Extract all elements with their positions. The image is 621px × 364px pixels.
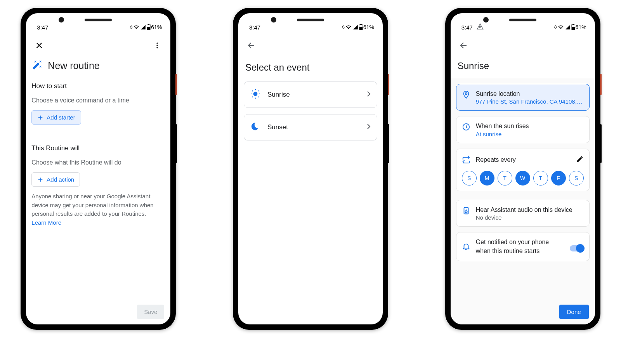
vibrate-icon: ◊ xyxy=(130,24,132,30)
svg-point-22 xyxy=(465,93,467,95)
chevron-right-icon xyxy=(367,123,371,131)
page-title: Sunrise xyxy=(451,55,595,78)
content-area: Sunrise Sunrise location 977 Pine St, Sa… xyxy=(451,55,595,299)
svg-rect-1 xyxy=(148,24,149,25)
location-title: Sunrise location xyxy=(476,90,584,98)
repeats-label: Repeats every xyxy=(476,156,571,163)
svg-line-16 xyxy=(252,97,253,97)
when-title: When the sun rises xyxy=(476,122,584,130)
svg-rect-21 xyxy=(572,27,575,30)
divider xyxy=(31,134,165,134)
status-battery: 61% xyxy=(576,24,586,30)
app-bar xyxy=(451,36,595,55)
bell-icon xyxy=(462,242,470,252)
event-label: Sunset xyxy=(267,123,360,131)
routine-will-header: This Routine will xyxy=(31,140,165,159)
battery-icon xyxy=(359,24,363,30)
status-time: 3:47 xyxy=(37,24,48,31)
when-value: At sunrise xyxy=(476,131,584,137)
screen-select-event: 3:47 ◊ 61% Select an event Sunrise xyxy=(238,13,383,324)
wifi-icon xyxy=(557,24,564,30)
day-toggle-5[interactable]: F xyxy=(551,171,566,185)
repeats-card: Repeats every SMTWTFS xyxy=(456,149,590,191)
status-bar: 3:47 ◊ 61% xyxy=(451,19,595,36)
svg-point-25 xyxy=(465,211,467,213)
how-to-start-header: How to start xyxy=(31,78,165,97)
add-action-label: Add action xyxy=(47,176,74,183)
content-area: New routine How to start Choose a voice … xyxy=(26,55,170,299)
repeat-icon xyxy=(462,155,470,165)
status-bar: 3:47 ◊ 61% xyxy=(26,19,170,36)
add-action-button[interactable]: Add action xyxy=(31,172,80,187)
save-button[interactable]: Save xyxy=(137,305,164,319)
day-toggle-0[interactable]: S xyxy=(462,171,477,185)
svg-point-3 xyxy=(157,43,158,44)
notification-icon xyxy=(477,23,484,31)
plus-icon xyxy=(37,114,43,121)
event-label: Sunrise xyxy=(267,91,360,99)
svg-rect-8 xyxy=(359,27,363,30)
day-toggle-2[interactable]: T xyxy=(498,171,512,185)
svg-point-5 xyxy=(157,47,158,48)
signal-icon xyxy=(140,24,146,30)
add-starter-button[interactable]: Add starter xyxy=(31,110,81,125)
footer-bar: Save xyxy=(26,299,170,324)
battery-icon xyxy=(147,24,151,30)
vibrate-icon: ◊ xyxy=(554,24,557,30)
svg-point-26 xyxy=(466,209,467,210)
page-title: New routine xyxy=(48,60,99,71)
day-toggle-4[interactable]: T xyxy=(533,171,548,185)
moon-icon xyxy=(250,121,260,133)
svg-point-9 xyxy=(253,92,258,96)
app-bar xyxy=(26,36,170,55)
day-toggle-3[interactable]: W xyxy=(515,171,530,185)
svg-rect-2 xyxy=(147,27,150,30)
wifi-icon xyxy=(133,24,140,30)
signal-icon xyxy=(565,24,571,30)
page-title: Select an event xyxy=(244,55,377,81)
battery-icon xyxy=(571,24,575,30)
svg-line-12 xyxy=(252,91,253,92)
app-bar xyxy=(238,36,383,55)
chevron-right-icon xyxy=(367,91,371,99)
status-time: 3:47 xyxy=(461,24,473,31)
overflow-menu-icon[interactable] xyxy=(149,38,165,53)
audio-value: No device xyxy=(476,214,584,221)
signal-icon xyxy=(352,24,359,30)
back-icon[interactable] xyxy=(244,38,259,53)
screen-new-routine: 3:47 ◊ 61% New routine xyxy=(26,13,170,324)
sun-icon xyxy=(250,89,260,101)
close-icon[interactable] xyxy=(31,38,47,53)
event-sunset[interactable]: Sunset xyxy=(244,114,377,140)
footer-bar: Done xyxy=(451,299,595,324)
svg-line-13 xyxy=(258,97,259,97)
edit-icon[interactable] xyxy=(576,155,584,165)
speaker-icon xyxy=(462,206,470,217)
learn-more-link[interactable]: Learn More xyxy=(31,219,61,226)
plus-icon xyxy=(37,177,43,183)
event-sunrise[interactable]: Sunrise xyxy=(244,81,377,108)
day-toggle-6[interactable]: S xyxy=(569,171,584,185)
audio-device-card[interactable]: Hear Assistant audio on this device No d… xyxy=(456,200,590,227)
wifi-icon xyxy=(345,24,352,30)
vibrate-icon: ◊ xyxy=(342,24,345,30)
when-sun-rises-card[interactable]: When the sun rises At sunrise xyxy=(456,116,590,143)
location-value: 977 Pine St, San Francisco, CA 94108,… xyxy=(476,98,584,105)
svg-rect-7 xyxy=(360,24,362,25)
audio-title: Hear Assistant audio on this device xyxy=(476,206,584,214)
notify-card: Get notified on your phone when this rou… xyxy=(456,232,590,261)
magic-wand-icon xyxy=(32,60,42,71)
day-toggle-1[interactable]: M xyxy=(480,171,494,185)
sunrise-location-card[interactable]: Sunrise location 977 Pine St, San Franci… xyxy=(456,84,590,111)
back-icon[interactable] xyxy=(456,38,472,53)
phone-sunrise-config: 3:47 ◊ 61% Sunrise xyxy=(445,8,600,330)
svg-rect-20 xyxy=(572,24,574,25)
status-battery: 61% xyxy=(151,24,162,30)
done-button[interactable]: Done xyxy=(559,305,589,319)
clock-icon xyxy=(462,123,470,133)
status-battery: 61% xyxy=(363,24,374,30)
phone-new-routine: 3:47 ◊ 61% New routine xyxy=(21,8,176,330)
notify-title: Get notified on your phone when this rou… xyxy=(476,238,564,255)
content-area: Select an event Sunrise Sunset xyxy=(238,55,383,324)
notify-toggle[interactable] xyxy=(570,245,584,251)
